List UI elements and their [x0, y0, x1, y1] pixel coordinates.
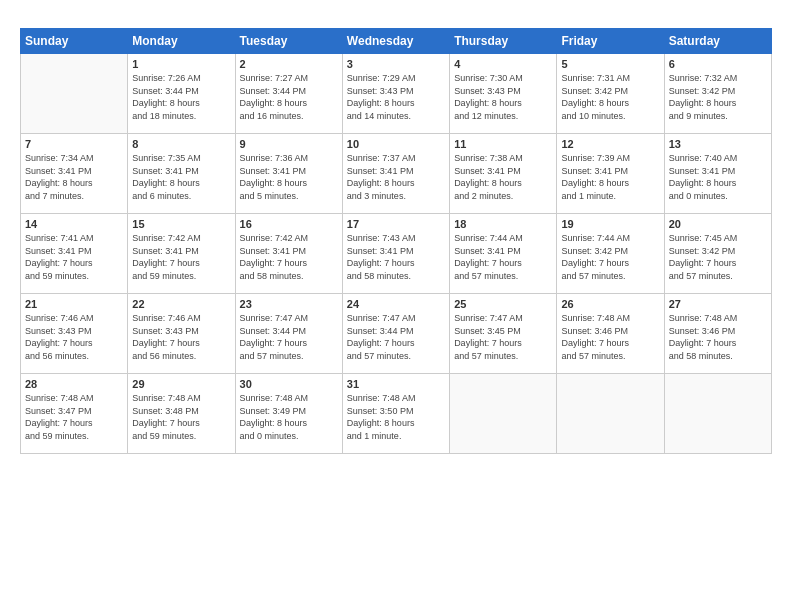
- day-cell: [557, 374, 664, 454]
- day-number: 21: [25, 298, 123, 310]
- week-row-5: 28Sunrise: 7:48 AMSunset: 3:47 PMDayligh…: [21, 374, 772, 454]
- day-info: Sunrise: 7:32 AMSunset: 3:42 PMDaylight:…: [669, 72, 767, 122]
- day-info: Sunrise: 7:47 AMSunset: 3:44 PMDaylight:…: [347, 312, 445, 362]
- day-number: 19: [561, 218, 659, 230]
- day-info: Sunrise: 7:48 AMSunset: 3:46 PMDaylight:…: [669, 312, 767, 362]
- day-cell: 9Sunrise: 7:36 AMSunset: 3:41 PMDaylight…: [235, 134, 342, 214]
- day-cell: 28Sunrise: 7:48 AMSunset: 3:47 PMDayligh…: [21, 374, 128, 454]
- week-row-1: 1Sunrise: 7:26 AMSunset: 3:44 PMDaylight…: [21, 54, 772, 134]
- day-info: Sunrise: 7:26 AMSunset: 3:44 PMDaylight:…: [132, 72, 230, 122]
- day-info: Sunrise: 7:43 AMSunset: 3:41 PMDaylight:…: [347, 232, 445, 282]
- day-info: Sunrise: 7:44 AMSunset: 3:41 PMDaylight:…: [454, 232, 552, 282]
- day-number: 9: [240, 138, 338, 150]
- day-number: 14: [25, 218, 123, 230]
- day-cell: 7Sunrise: 7:34 AMSunset: 3:41 PMDaylight…: [21, 134, 128, 214]
- day-info: Sunrise: 7:30 AMSunset: 3:43 PMDaylight:…: [454, 72, 552, 122]
- day-info: Sunrise: 7:46 AMSunset: 3:43 PMDaylight:…: [25, 312, 123, 362]
- day-number: 17: [347, 218, 445, 230]
- day-cell: 8Sunrise: 7:35 AMSunset: 3:41 PMDaylight…: [128, 134, 235, 214]
- day-cell: 21Sunrise: 7:46 AMSunset: 3:43 PMDayligh…: [21, 294, 128, 374]
- day-cell: [21, 54, 128, 134]
- day-cell: 26Sunrise: 7:48 AMSunset: 3:46 PMDayligh…: [557, 294, 664, 374]
- day-info: Sunrise: 7:36 AMSunset: 3:41 PMDaylight:…: [240, 152, 338, 202]
- week-row-3: 14Sunrise: 7:41 AMSunset: 3:41 PMDayligh…: [21, 214, 772, 294]
- day-cell: 25Sunrise: 7:47 AMSunset: 3:45 PMDayligh…: [450, 294, 557, 374]
- day-info: Sunrise: 7:37 AMSunset: 3:41 PMDaylight:…: [347, 152, 445, 202]
- day-number: 24: [347, 298, 445, 310]
- day-cell: 4Sunrise: 7:30 AMSunset: 3:43 PMDaylight…: [450, 54, 557, 134]
- day-number: 31: [347, 378, 445, 390]
- day-number: 4: [454, 58, 552, 70]
- day-number: 13: [669, 138, 767, 150]
- day-cell: 1Sunrise: 7:26 AMSunset: 3:44 PMDaylight…: [128, 54, 235, 134]
- day-cell: 30Sunrise: 7:48 AMSunset: 3:49 PMDayligh…: [235, 374, 342, 454]
- day-info: Sunrise: 7:47 AMSunset: 3:45 PMDaylight:…: [454, 312, 552, 362]
- week-row-4: 21Sunrise: 7:46 AMSunset: 3:43 PMDayligh…: [21, 294, 772, 374]
- day-cell: 14Sunrise: 7:41 AMSunset: 3:41 PMDayligh…: [21, 214, 128, 294]
- day-cell: 17Sunrise: 7:43 AMSunset: 3:41 PMDayligh…: [342, 214, 449, 294]
- day-number: 2: [240, 58, 338, 70]
- day-info: Sunrise: 7:42 AMSunset: 3:41 PMDaylight:…: [240, 232, 338, 282]
- day-number: 18: [454, 218, 552, 230]
- day-cell: 29Sunrise: 7:48 AMSunset: 3:48 PMDayligh…: [128, 374, 235, 454]
- day-info: Sunrise: 7:34 AMSunset: 3:41 PMDaylight:…: [25, 152, 123, 202]
- day-number: 29: [132, 378, 230, 390]
- week-row-2: 7Sunrise: 7:34 AMSunset: 3:41 PMDaylight…: [21, 134, 772, 214]
- day-number: 5: [561, 58, 659, 70]
- day-cell: 16Sunrise: 7:42 AMSunset: 3:41 PMDayligh…: [235, 214, 342, 294]
- day-cell: [450, 374, 557, 454]
- col-header-sunday: Sunday: [21, 29, 128, 54]
- day-info: Sunrise: 7:48 AMSunset: 3:49 PMDaylight:…: [240, 392, 338, 442]
- day-cell: 6Sunrise: 7:32 AMSunset: 3:42 PMDaylight…: [664, 54, 771, 134]
- day-number: 23: [240, 298, 338, 310]
- day-cell: 19Sunrise: 7:44 AMSunset: 3:42 PMDayligh…: [557, 214, 664, 294]
- day-info: Sunrise: 7:40 AMSunset: 3:41 PMDaylight:…: [669, 152, 767, 202]
- day-cell: 11Sunrise: 7:38 AMSunset: 3:41 PMDayligh…: [450, 134, 557, 214]
- day-number: 28: [25, 378, 123, 390]
- day-info: Sunrise: 7:46 AMSunset: 3:43 PMDaylight:…: [132, 312, 230, 362]
- day-number: 16: [240, 218, 338, 230]
- day-cell: 27Sunrise: 7:48 AMSunset: 3:46 PMDayligh…: [664, 294, 771, 374]
- day-info: Sunrise: 7:44 AMSunset: 3:42 PMDaylight:…: [561, 232, 659, 282]
- day-number: 27: [669, 298, 767, 310]
- col-header-tuesday: Tuesday: [235, 29, 342, 54]
- col-header-monday: Monday: [128, 29, 235, 54]
- day-info: Sunrise: 7:29 AMSunset: 3:43 PMDaylight:…: [347, 72, 445, 122]
- day-number: 25: [454, 298, 552, 310]
- col-header-thursday: Thursday: [450, 29, 557, 54]
- day-number: 30: [240, 378, 338, 390]
- day-info: Sunrise: 7:35 AMSunset: 3:41 PMDaylight:…: [132, 152, 230, 202]
- day-number: 20: [669, 218, 767, 230]
- day-number: 3: [347, 58, 445, 70]
- day-info: Sunrise: 7:27 AMSunset: 3:44 PMDaylight:…: [240, 72, 338, 122]
- day-info: Sunrise: 7:48 AMSunset: 3:47 PMDaylight:…: [25, 392, 123, 442]
- day-cell: 18Sunrise: 7:44 AMSunset: 3:41 PMDayligh…: [450, 214, 557, 294]
- day-info: Sunrise: 7:47 AMSunset: 3:44 PMDaylight:…: [240, 312, 338, 362]
- day-number: 22: [132, 298, 230, 310]
- day-info: Sunrise: 7:41 AMSunset: 3:41 PMDaylight:…: [25, 232, 123, 282]
- day-info: Sunrise: 7:42 AMSunset: 3:41 PMDaylight:…: [132, 232, 230, 282]
- day-info: Sunrise: 7:48 AMSunset: 3:48 PMDaylight:…: [132, 392, 230, 442]
- day-number: 8: [132, 138, 230, 150]
- day-cell: 3Sunrise: 7:29 AMSunset: 3:43 PMDaylight…: [342, 54, 449, 134]
- day-cell: 10Sunrise: 7:37 AMSunset: 3:41 PMDayligh…: [342, 134, 449, 214]
- page: General Blue SundayMondayTuesdayWednesda…: [0, 0, 792, 612]
- day-cell: 23Sunrise: 7:47 AMSunset: 3:44 PMDayligh…: [235, 294, 342, 374]
- day-cell: 12Sunrise: 7:39 AMSunset: 3:41 PMDayligh…: [557, 134, 664, 214]
- day-cell: 5Sunrise: 7:31 AMSunset: 3:42 PMDaylight…: [557, 54, 664, 134]
- day-cell: 24Sunrise: 7:47 AMSunset: 3:44 PMDayligh…: [342, 294, 449, 374]
- day-cell: 13Sunrise: 7:40 AMSunset: 3:41 PMDayligh…: [664, 134, 771, 214]
- day-info: Sunrise: 7:48 AMSunset: 3:50 PMDaylight:…: [347, 392, 445, 442]
- col-header-saturday: Saturday: [664, 29, 771, 54]
- calendar-table: SundayMondayTuesdayWednesdayThursdayFrid…: [20, 28, 772, 454]
- day-cell: 20Sunrise: 7:45 AMSunset: 3:42 PMDayligh…: [664, 214, 771, 294]
- day-cell: 2Sunrise: 7:27 AMSunset: 3:44 PMDaylight…: [235, 54, 342, 134]
- day-number: 26: [561, 298, 659, 310]
- header-row: SundayMondayTuesdayWednesdayThursdayFrid…: [21, 29, 772, 54]
- day-number: 15: [132, 218, 230, 230]
- col-header-friday: Friday: [557, 29, 664, 54]
- day-number: 11: [454, 138, 552, 150]
- day-number: 6: [669, 58, 767, 70]
- day-number: 10: [347, 138, 445, 150]
- day-info: Sunrise: 7:38 AMSunset: 3:41 PMDaylight:…: [454, 152, 552, 202]
